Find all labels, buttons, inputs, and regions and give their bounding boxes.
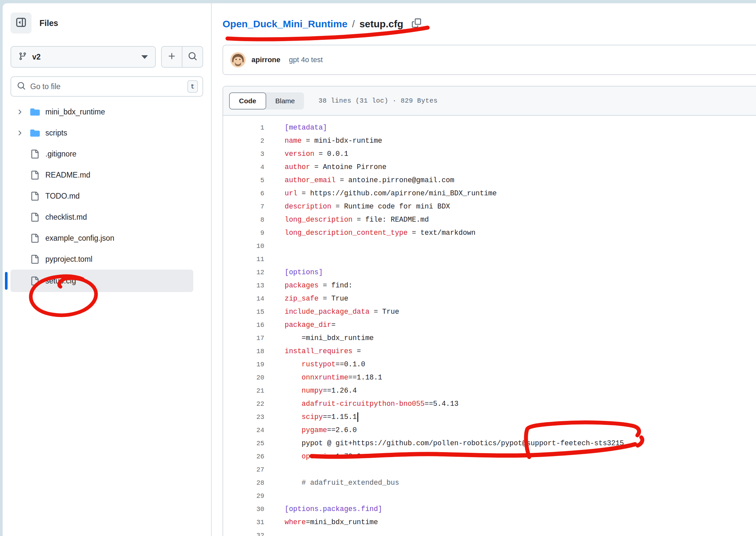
- file-icon: [30, 150, 46, 158]
- line-number[interactable]: 22: [223, 400, 264, 408]
- line-number[interactable]: 8: [223, 216, 264, 223]
- line-content: adafruit-circuitpython-bno055==5.4.13: [264, 400, 458, 408]
- line-number[interactable]: 12: [223, 269, 264, 276]
- code-line: 28 # adafruit_extended_bus: [223, 476, 756, 489]
- collapse-sidebar-button[interactable]: [11, 13, 32, 34]
- line-content: zip_safe = True: [264, 295, 348, 303]
- line-number[interactable]: 9: [223, 229, 264, 237]
- sidebar-header: Files: [11, 13, 203, 34]
- code-line: 20 onnxruntime==1.18.1: [223, 371, 756, 384]
- code-blame-switcher: Code Blame: [229, 92, 304, 110]
- line-number[interactable]: 6: [223, 190, 264, 197]
- avatar[interactable]: [231, 52, 245, 67]
- tree-row-setup-cfg[interactable]: setup.cfg: [11, 270, 193, 292]
- line-content: url = https://github.com/apirrone/mini_B…: [264, 189, 497, 197]
- line-number[interactable]: 20: [223, 374, 264, 382]
- line-number[interactable]: 3: [223, 150, 264, 158]
- tree-item-label: checklist.md: [46, 213, 87, 222]
- code-line: 29: [223, 489, 756, 502]
- search-icon: [17, 82, 26, 91]
- tab-code[interactable]: Code: [229, 92, 266, 110]
- keyboard-shortcut-badge: t: [187, 80, 198, 93]
- line-number[interactable]: 16: [223, 321, 264, 329]
- code-line: 15 include_package_data = True: [223, 305, 756, 318]
- tree-row-example-config-json[interactable]: example_config.json: [11, 227, 193, 249]
- line-number[interactable]: 18: [223, 348, 264, 355]
- line-content: author = Antoine Pirrone: [264, 163, 387, 171]
- line-number[interactable]: 23: [223, 413, 264, 421]
- tree-item-label: README.md: [46, 171, 90, 180]
- line-number[interactable]: 17: [223, 334, 264, 342]
- code-line: 16 package_dir=: [223, 318, 756, 331]
- code-line: 24 pygame==2.6.0: [223, 423, 756, 437]
- line-number[interactable]: 1: [223, 124, 264, 132]
- line-content: rustypot==0.1.0: [264, 360, 365, 368]
- tree-row--gitignore[interactable]: .gitignore: [11, 143, 193, 164]
- line-number[interactable]: 28: [223, 479, 264, 487]
- line-content: # adafruit_extended_bus: [264, 479, 399, 487]
- line-number[interactable]: 2: [223, 137, 264, 145]
- branch-selector[interactable]: v2: [11, 46, 156, 68]
- tab-blame[interactable]: Blame: [266, 92, 304, 110]
- tree-item-label: scripts: [46, 129, 67, 137]
- copy-path-button[interactable]: [412, 18, 421, 28]
- line-content: description = Runtime code for mini BDX: [264, 203, 450, 211]
- code-line: 7 description = Runtime code for mini BD…: [223, 200, 756, 213]
- line-number[interactable]: 21: [223, 387, 264, 395]
- chevron-right-icon[interactable]: [16, 129, 30, 137]
- commit-message[interactable]: gpt 4o test: [289, 55, 323, 64]
- search-icon: [188, 51, 197, 62]
- line-content: openai==1.70.0: [264, 452, 361, 460]
- line-number[interactable]: 14: [223, 295, 264, 303]
- line-number[interactable]: 19: [223, 361, 264, 368]
- line-content: [options.packages.find]: [264, 505, 382, 513]
- selected-indicator: [5, 272, 8, 290]
- line-number[interactable]: 15: [223, 308, 264, 316]
- code-line: 4 author = Antoine Pirrone: [223, 160, 756, 174]
- file-meta-info: 38 lines (31 loc) · 829 Bytes: [319, 97, 438, 105]
- code-line: 11: [223, 252, 756, 266]
- line-number[interactable]: 24: [223, 426, 264, 434]
- tree-row-readme-md[interactable]: README.md: [11, 164, 193, 185]
- add-file-button[interactable]: [162, 47, 182, 67]
- line-number[interactable]: 5: [223, 177, 264, 184]
- breadcrumb-repo-link[interactable]: Open_Duck_Mini_Runtime: [223, 18, 347, 30]
- breadcrumb-separator: /: [349, 18, 358, 30]
- line-number[interactable]: 25: [223, 440, 264, 447]
- tree-item-label: .gitignore: [46, 150, 77, 158]
- line-number[interactable]: 29: [223, 492, 264, 500]
- tree-row-checklist-md[interactable]: checklist.md: [11, 207, 193, 227]
- line-number[interactable]: 4: [223, 163, 264, 171]
- line-content: long_description_content_type = text/mar…: [264, 229, 476, 237]
- chevron-right-icon[interactable]: [16, 108, 30, 116]
- line-number[interactable]: 30: [223, 505, 264, 513]
- search-tree-button[interactable]: [182, 47, 203, 67]
- code-line: 26 openai==1.70.0: [223, 450, 756, 463]
- line-number[interactable]: 27: [223, 466, 264, 474]
- commit-author[interactable]: apirrone: [251, 55, 280, 64]
- line-number[interactable]: 13: [223, 282, 264, 289]
- tree-row-pyproject-toml[interactable]: pyproject.toml: [11, 249, 193, 270]
- line-number[interactable]: 32: [223, 532, 264, 536]
- file-icon: [30, 213, 46, 222]
- line-content: pypot @ git+https://github.com/pollen-ro…: [264, 439, 624, 447]
- code-line: 1 [metadata]: [223, 121, 756, 134]
- tree-row-todo-md[interactable]: TODO.md: [11, 185, 193, 207]
- line-number[interactable]: 11: [223, 255, 264, 263]
- tree-row-mini-bdx-runtime[interactable]: mini_bdx_runtime: [11, 101, 193, 122]
- file-icon: [30, 171, 46, 180]
- line-content: author_email = antoine.pirrone@gmail.com: [264, 176, 454, 184]
- line-number[interactable]: 26: [223, 453, 264, 460]
- file-viewer-header: Code Blame 38 lines (31 loc) · 829 Bytes: [223, 86, 756, 116]
- line-number[interactable]: 10: [223, 242, 264, 250]
- repo-file-page: Files v2: [3, 3, 756, 536]
- line-content: onnxruntime==1.18.1: [264, 374, 382, 382]
- tree-row-scripts[interactable]: scripts: [11, 122, 193, 143]
- code-line: 8 long_description = file: README.md: [223, 213, 756, 226]
- line-number[interactable]: 7: [223, 203, 264, 211]
- code-line: 19 rustypot==0.1.0: [223, 358, 756, 371]
- line-number[interactable]: 31: [223, 519, 264, 526]
- line-content: [metadata]: [264, 124, 327, 132]
- line-content: [options]: [264, 268, 323, 276]
- go-to-file-input[interactable]: Go to file t: [11, 76, 203, 97]
